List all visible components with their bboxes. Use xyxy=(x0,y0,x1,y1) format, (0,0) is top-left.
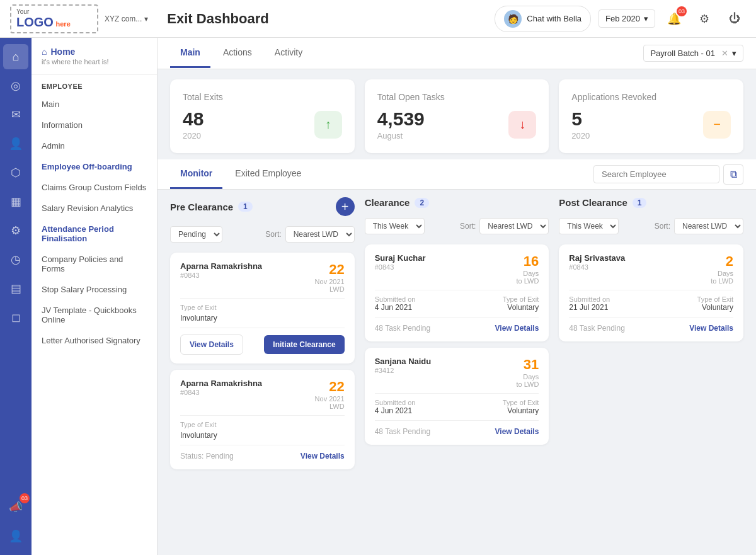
tab-activity[interactable]: Activity xyxy=(265,38,312,68)
sidebar-icon-wifi[interactable]: ◎ xyxy=(3,73,28,98)
clearance-days-2: Days xyxy=(516,373,539,380)
initiate-clearance-button-1[interactable]: Initiate Clearance xyxy=(264,335,344,354)
type-exit-label-c2: Type of Exit xyxy=(503,399,539,406)
close-icon[interactable]: ✕ xyxy=(721,49,728,58)
stat-icon-revoked: − xyxy=(703,111,731,139)
clearance-date-1: 16 xyxy=(516,253,539,270)
chat-label: Chat with Bella xyxy=(527,14,581,23)
power-icon: ⏻ xyxy=(729,12,740,25)
kanban-col-clearance: Clearance 2 This Week Sort: Nearest LWD xyxy=(365,197,549,492)
sidebar-icon-user[interactable]: 👤 xyxy=(3,524,28,549)
emp-name-1: Aparna Ramakrishna xyxy=(180,261,262,271)
submitted-value-p1: 21 Jul 2021 xyxy=(569,303,610,312)
search-employee-input[interactable] xyxy=(593,165,719,183)
notifications-button[interactable]: 🔔 03 xyxy=(663,8,685,30)
sidebar-icon-chat[interactable]: ◻ xyxy=(3,305,28,330)
power-button[interactable]: ⏻ xyxy=(723,8,746,30)
sidebar-item-main[interactable]: Main xyxy=(32,94,157,115)
clearance-card-1: Suraj Kuchar #0843 16 Days to LWD Submit… xyxy=(365,244,549,341)
pre-clearance-sort-label: Sort: xyxy=(265,230,281,239)
sidebar-item-letter[interactable]: Letter Authorised Signatory xyxy=(32,330,157,351)
filter-button[interactable]: ⧉ xyxy=(723,164,743,185)
icon-sidebar: ⌂ ◎ ✉ 👤 ⬡ ▦ ⚙ ◷ ▤ ◻ 📣 03 👤 xyxy=(0,38,32,555)
view-details-button-2[interactable]: View Details xyxy=(301,452,345,461)
view-details-button-c1[interactable]: View Details xyxy=(495,324,539,333)
sidebar-item-admin[interactable]: Admin xyxy=(32,135,157,156)
post-clearance-header: Post Clearance 1 xyxy=(559,197,743,208)
sidebar-item-stop-salary[interactable]: Stop Salary Processing xyxy=(32,279,157,300)
content-tab-bar: Main Actions Activity Payroll Batch - 01… xyxy=(158,38,756,69)
post-clearance-filter-select[interactable]: This Week xyxy=(559,218,619,234)
clearance-filter-select[interactable]: This Week xyxy=(365,218,425,234)
sidebar-icon-mail[interactable]: ✉ xyxy=(3,102,28,127)
filter-icon: ⧉ xyxy=(730,169,737,180)
payroll-batch-selector[interactable]: Payroll Batch - 01 ✕ ▾ xyxy=(643,45,743,62)
sidebar-icon-megaphone[interactable]: 📣 03 xyxy=(3,495,28,520)
chat-button[interactable]: 🧑 Chat with Bella xyxy=(495,6,591,32)
stat-icon-tasks: ↓ xyxy=(508,111,536,139)
sidebar-icon-analytics[interactable]: ⬡ xyxy=(3,160,28,185)
clearance-emp-name-1: Suraj Kuchar xyxy=(375,253,426,263)
post-clearance-filter-row: This Week Sort: Nearest LWD xyxy=(559,218,743,234)
monitor-tab-exited[interactable]: Exited Employee xyxy=(225,159,311,189)
sidebar-icon-document[interactable]: ▤ xyxy=(3,276,28,301)
company-selector[interactable]: XYZ com... ▾ xyxy=(105,14,148,23)
post-clearance-sort-select[interactable]: Nearest LWD xyxy=(674,218,743,234)
chevron-down-icon: ▾ xyxy=(732,49,736,58)
date-selector[interactable]: Feb 2020 ▾ xyxy=(598,9,655,28)
stat-title-tasks: Total Open Tasks xyxy=(377,92,537,102)
sidebar-item-offboarding[interactable]: Employee Off-boarding xyxy=(32,156,157,177)
sidebar-icon-calendar[interactable]: ▦ xyxy=(3,189,28,214)
clearance-sort-select[interactable]: Nearest LWD xyxy=(479,218,549,234)
chevron-down-icon: ▾ xyxy=(144,14,148,23)
settings-button[interactable]: ⚙ xyxy=(693,8,716,30)
sidebar-item-jv-template[interactable]: JV Template - Quickbooks Online xyxy=(32,300,157,330)
pre-clearance-sort-select[interactable]: Nearest LWD xyxy=(285,226,355,243)
status-pending-label: Status: Pending xyxy=(180,452,234,461)
stat-title-exits: Total Exits xyxy=(183,92,342,102)
post-clearance-card-1: Raj Srivastava #0843 2 Days to LWD Submi… xyxy=(559,244,743,341)
stat-sub-revoked: 2020 xyxy=(571,131,590,140)
stat-title-revoked: Applications Revoked xyxy=(571,92,731,102)
tab-actions[interactable]: Actions xyxy=(213,38,262,68)
clearance-count: 2 xyxy=(415,198,429,208)
pre-clearance-add-button[interactable]: + xyxy=(336,197,355,216)
view-details-button-c2[interactable]: View Details xyxy=(495,427,539,436)
emp-month-2: Nov 2021 xyxy=(315,395,345,403)
tab-main[interactable]: Main xyxy=(170,38,210,68)
sidebar-icon-person[interactable]: 👤 xyxy=(3,131,28,156)
sidebar-item-salary-revision[interactable]: Salary Revision Analytics xyxy=(32,198,157,219)
sidebar-icon-hierarchy[interactable]: ⚙ xyxy=(3,218,28,243)
search-box: ⧉ xyxy=(593,164,743,185)
sidebar-bottom-icons: 📣 03 👤 xyxy=(3,495,28,549)
view-details-button-1[interactable]: View Details xyxy=(180,335,243,355)
pre-clearance-count: 1 xyxy=(238,202,253,212)
submitted-value-c1: 4 Jun 2021 xyxy=(375,303,416,312)
sidebar-item-attendance[interactable]: Attendance Period Finalisation xyxy=(32,219,157,249)
clearance-emp-name-2: Sanjana Naidu xyxy=(375,357,432,366)
type-exit-value-c1: Voluntary xyxy=(503,303,539,312)
company-name: XYZ com... xyxy=(105,14,142,23)
post-tolwd-1: to LWD xyxy=(711,277,733,285)
logo[interactable]: Your LOGO here xyxy=(10,4,98,33)
emp-id-1: #0843 xyxy=(180,272,262,279)
view-details-button-p1[interactable]: View Details xyxy=(689,324,733,333)
submitted-label-c1: Submitted on xyxy=(375,295,416,303)
sidebar-item-information[interactable]: Information xyxy=(32,115,157,135)
monitor-tab-monitor[interactable]: Monitor xyxy=(170,159,222,189)
pre-clearance-filter-select[interactable]: Pending xyxy=(170,226,222,243)
sidebar-icon-home[interactable]: ⌂ xyxy=(3,44,28,69)
avatar: 🧑 xyxy=(504,10,522,28)
logo-logo: LOGO xyxy=(16,15,54,29)
clearance-tolwd-1: to LWD xyxy=(516,277,539,285)
body-layout: ⌂ ◎ ✉ 👤 ⬡ ▦ ⚙ ◷ ▤ ◻ 📣 03 👤 ⌂ Home it's w… xyxy=(0,38,756,555)
post-clearance-sort-label: Sort: xyxy=(655,222,670,231)
stat-sub-exits: 2020 xyxy=(183,131,203,140)
type-exit-value-1: Involuntary xyxy=(180,314,217,323)
sidebar-item-claims[interactable]: Claims Group Custom Fields xyxy=(32,177,157,198)
sidebar-item-policies[interactable]: Company Policies and Forms xyxy=(32,249,157,279)
submitted-label-p1: Submitted on xyxy=(569,295,610,303)
sidebar-home-item[interactable]: ⌂ Home it's where the heart is! xyxy=(32,38,157,75)
sidebar-icon-clock[interactable]: ◷ xyxy=(3,247,28,272)
submitted-value-c2: 4 Jun 2021 xyxy=(375,406,416,415)
